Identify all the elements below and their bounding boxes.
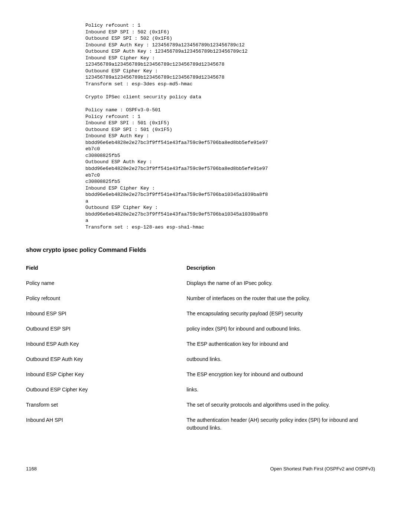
field-cell: Inbound ESP SPI (26, 306, 186, 321)
code-output: Policy refcount : 1 Inbound ESP SPI : 50… (85, 22, 375, 231)
table-row: Outbound ESP Auth Key outbound links. (26, 352, 375, 367)
table-row: Inbound ESP SPI The encapsulating securi… (26, 306, 375, 321)
desc-cell: The encapsulating security payload (ESP)… (186, 306, 375, 321)
field-cell: Inbound AH SPI (26, 413, 186, 436)
table-row: Inbound ESP Cipher Key The ESP encryptio… (26, 367, 375, 382)
field-cell: Inbound ESP Auth Key (26, 336, 186, 352)
field-cell: Transform set (26, 397, 186, 413)
page-footer: 1168 Open Shortest Path First (OSPFv2 an… (26, 465, 375, 473)
section-title: show crypto ipsec policy Command Fields (26, 246, 375, 254)
table-row: Outbound ESP SPI policy index (SPI) for … (26, 321, 375, 336)
desc-cell: The ESP authentication key for inbound a… (186, 336, 375, 352)
field-cell: Outbound ESP SPI (26, 321, 186, 336)
desc-cell: The authentication header (AH) security … (186, 413, 375, 436)
desc-cell: policy index (SPI) for inbound and outbo… (186, 321, 375, 336)
table-row: Inbound ESP Auth Key The ESP authenticat… (26, 336, 375, 352)
field-cell: Inbound ESP Cipher Key (26, 367, 186, 382)
footer-title: Open Shortest Path First (OSPFv2 and OSP… (270, 465, 375, 473)
desc-cell: outbound links. (186, 352, 375, 367)
desc-cell: Number of interfaces on the router that … (186, 291, 375, 306)
desc-cell: Displays the name of an IPsec policy. (186, 276, 375, 291)
page-number: 1168 (26, 465, 37, 473)
table-row: Policy name Displays the name of an IPse… (26, 276, 375, 291)
table-row: Policy refcount Number of interfaces on … (26, 291, 375, 306)
field-cell: Outbound ESP Cipher Key (26, 382, 186, 397)
fields-table: Field Description Policy name Displays t… (26, 262, 375, 436)
table-row: Transform set The set of security protoc… (26, 397, 375, 413)
field-cell: Policy name (26, 276, 186, 291)
table-row: Outbound ESP Cipher Key links. (26, 382, 375, 397)
desc-cell: The set of security protocols and algori… (186, 397, 375, 413)
desc-cell: links. (186, 382, 375, 397)
col-header-field: Field (26, 262, 186, 276)
field-cell: Outbound ESP Auth Key (26, 352, 186, 367)
col-header-desc: Description (186, 262, 375, 276)
table-row: Inbound AH SPI The authentication header… (26, 413, 375, 436)
desc-cell: The ESP encryption key for inbound and o… (186, 367, 375, 382)
field-cell: Policy refcount (26, 291, 186, 306)
